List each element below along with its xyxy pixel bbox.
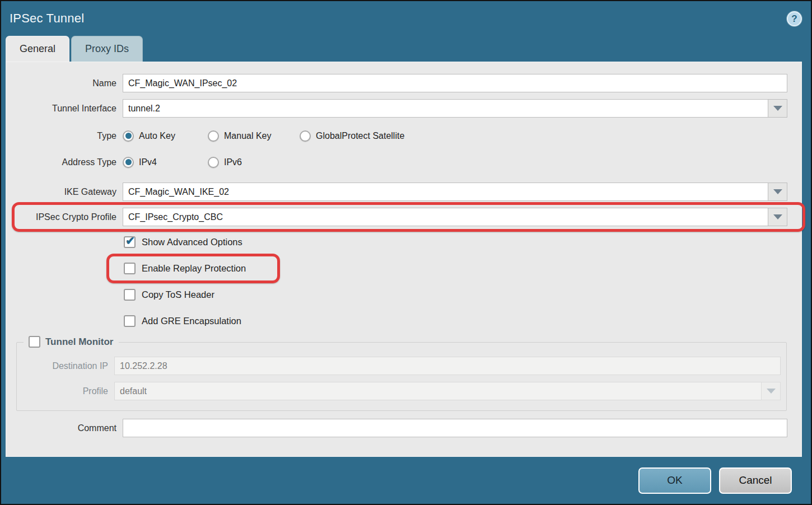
checkbox-row-add-gre-encapsulation[interactable]: Add GRE Encapsulation <box>6 315 801 327</box>
tab-proxy-ids[interactable]: Proxy IDs <box>71 36 143 62</box>
radio-globalprotect-satellite[interactable]: GlobalProtect Satellite <box>300 130 404 142</box>
cancel-button[interactable]: Cancel <box>719 467 792 494</box>
radio-ipv6[interactable]: IPv6 <box>208 157 293 168</box>
tab-bar: General Proxy IDs <box>1 36 811 62</box>
name-row: Name <box>6 74 801 92</box>
ike-gateway-row: IKE Gateway <box>6 183 801 201</box>
ipsec-tunnel-dialog: IPSec Tunnel ? General Proxy IDs Name Tu… <box>0 0 812 505</box>
ipsec-crypto-profile-input[interactable] <box>123 208 768 226</box>
monitor-profile-input <box>114 382 761 400</box>
tunnel-monitor-label: Tunnel Monitor <box>45 336 114 348</box>
destination-ip-row: Destination IP <box>17 357 786 375</box>
tunnel-interface-input[interactable] <box>123 99 768 118</box>
tunnel-monitor-section: Tunnel Monitor Destination IP Profile <box>16 342 787 411</box>
monitor-profile-label: Profile <box>17 386 114 396</box>
ike-gateway-input[interactable] <box>123 183 768 201</box>
auto-key-radio[interactable] <box>123 130 134 142</box>
chevron-down-icon <box>767 389 776 394</box>
radio-auto-key[interactable]: Auto Key <box>123 130 208 142</box>
chevron-down-icon <box>773 189 782 194</box>
chevron-down-icon <box>773 214 782 219</box>
monitor-profile-row: Profile <box>17 382 786 400</box>
monitor-profile-dropdown-button <box>761 382 781 400</box>
destination-ip-input <box>114 357 781 375</box>
type-label: Type <box>6 131 123 141</box>
comment-row: Comment <box>6 419 801 437</box>
add-gre-encapsulation-checkbox[interactable] <box>124 315 136 327</box>
help-icon[interactable]: ? <box>787 11 802 26</box>
radio-manual-key[interactable]: Manual Key <box>208 130 300 142</box>
show-advanced-options-checkbox[interactable] <box>124 236 136 248</box>
chevron-down-icon <box>773 106 782 111</box>
tunnel-interface-row: Tunnel Interface <box>6 99 801 118</box>
ipv6-radio[interactable] <box>208 157 219 168</box>
comment-input[interactable] <box>123 419 787 437</box>
dialog-footer: OK Cancel <box>1 457 811 504</box>
destination-ip-label: Destination IP <box>17 361 114 371</box>
type-row: Type Auto Key Manual Key GlobalProtect S… <box>6 127 801 145</box>
ipsec-crypto-profile-row: IPSec Crypto Profile <box>6 208 801 226</box>
ipsec-crypto-profile-dropdown-button[interactable] <box>768 208 787 226</box>
ipsec-crypto-profile-label: IPSec Crypto Profile <box>6 212 123 222</box>
tab-general[interactable]: General <box>6 36 69 62</box>
address-type-label: Address Type <box>6 157 123 167</box>
globalprotect-satellite-radio[interactable] <box>300 130 311 142</box>
tunnel-monitor-legend: Tunnel Monitor <box>24 336 119 348</box>
checkbox-row-show-advanced-options[interactable]: Show Advanced Options <box>6 236 801 248</box>
tunnel-monitor-checkbox[interactable] <box>29 336 40 348</box>
tunnel-interface-label: Tunnel Interface <box>6 104 123 114</box>
name-input[interactable] <box>123 74 787 92</box>
radio-ipv4[interactable]: IPv4 <box>123 157 208 168</box>
ipv4-radio[interactable] <box>123 157 134 168</box>
manual-key-radio[interactable] <box>208 130 219 142</box>
checkbox-row-copy-tos-header[interactable]: Copy ToS Header <box>6 288 801 301</box>
ike-gateway-label: IKE Gateway <box>6 187 123 197</box>
enable-replay-protection-checkbox[interactable] <box>124 263 136 274</box>
copy-tos-header-checkbox[interactable] <box>124 289 136 301</box>
name-label: Name <box>6 78 123 88</box>
checkbox-row-enable-replay-protection[interactable]: Enable Replay Protection <box>6 262 801 274</box>
dialog-title: IPSec Tunnel <box>10 11 84 26</box>
tunnel-interface-dropdown-button[interactable] <box>768 99 787 118</box>
ike-gateway-dropdown-button[interactable] <box>768 183 787 201</box>
dialog-titlebar: IPSec Tunnel ? <box>1 1 811 36</box>
address-type-row: Address Type IPv4 IPv6 <box>6 153 801 171</box>
ok-button[interactable]: OK <box>638 467 711 494</box>
comment-label: Comment <box>6 423 123 433</box>
general-tab-panel: Name Tunnel Interface Type Auto Key <box>6 62 802 457</box>
